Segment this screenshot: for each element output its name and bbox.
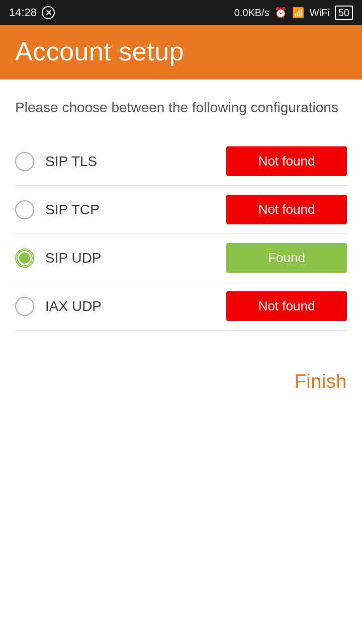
status-badge-sip-udp: Found [226,243,347,273]
main-content: Please choose between the following conf… [0,79,362,346]
status-bar: 14:28 ✕ 0.0KB/s ⏰ 📶 WiFi 50 [0,0,362,25]
wifi-icon: WiFi [310,7,330,19]
battery-icon: 50 [335,6,353,20]
status-bar-right: 0.0KB/s ⏰ 📶 WiFi 50 [234,6,353,20]
status-bar-left: 14:28 ✕ [9,6,55,19]
page-title: Account setup [15,36,347,66]
radio-sip-tls[interactable] [15,152,34,171]
network-speed: 0.0KB/s [234,7,269,19]
status-badge-iax-udp: Not found [226,291,347,321]
option-label-sip-tcp: SIP TCP [45,202,100,218]
option-row-sip-tcp[interactable]: SIP TCP Not found [15,186,347,234]
option-row-sip-tls[interactable]: SIP TLS Not found [15,137,347,186]
radio-sip-udp[interactable] [15,249,34,268]
finish-button[interactable]: Finish [295,371,347,392]
radio-sip-tcp[interactable] [15,200,34,219]
option-left-sip-udp: SIP UDP [15,249,102,268]
options-list: SIP TLS Not found SIP TCP Not found SIP … [15,137,347,331]
option-left-iax-udp: IAX UDP [15,297,102,316]
option-left-sip-tcp: SIP TCP [15,200,100,219]
status-time: 14:28 [9,6,37,19]
option-label-sip-udp: SIP UDP [45,250,102,266]
radio-iax-udp[interactable] [15,297,34,316]
finish-area: Finish [0,346,362,408]
option-row-sip-udp[interactable]: SIP UDP Found [15,234,347,282]
description-text: Please choose between the following conf… [15,98,347,117]
close-icon: ✕ [42,6,55,19]
signal-icon: 📶 [292,7,305,19]
status-badge-sip-tls: Not found [226,146,347,176]
status-badge-sip-tcp: Not found [226,195,347,224]
option-left-sip-tls: SIP TLS [15,152,97,171]
option-row-iax-udp[interactable]: IAX UDP Not found [15,282,347,331]
option-label-iax-udp: IAX UDP [45,298,102,314]
option-label-sip-tls: SIP TLS [45,153,97,170]
app-header: Account setup [0,25,362,79]
alarm-icon: ⏰ [275,7,287,19]
